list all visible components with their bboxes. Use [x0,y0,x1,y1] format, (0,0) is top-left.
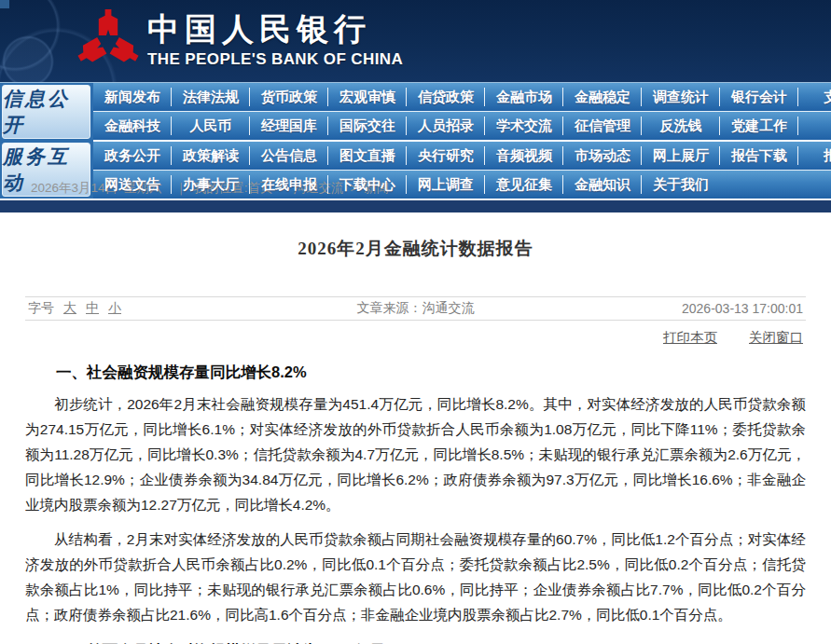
article-meta-bar: 字号 大 中 小 文章来源：沟通交流 2026-03-13 17:00:01 [25,296,806,321]
nav-cell-empty [798,112,831,140]
site-title-cn: 中国人民银行 [147,11,403,48]
article-paragraph: 从结构看，2月末对实体经济发放的人民币贷款余额占同期社会融资规模存量的60.7%… [25,527,806,627]
nav-item-news-release[interactable]: 新闻发布 [93,83,172,111]
site-title-en: THE PEOPLE'S BANK OF CHINA [147,50,403,69]
nav-item-about-us[interactable]: 关于我们 [642,171,720,199]
nav-item-party-building[interactable]: 党建工作 [720,112,798,140]
nav-row-2: 金融科技 人民币 经理国库 国际交往 人员招录 学术交流 征信管理 反洗钱 党建… [93,112,831,142]
nav-item-monetary-policy[interactable]: 货币政策 [250,83,328,111]
nav-item-online-survey[interactable]: 网上调查 [407,171,485,199]
nav-item-online-declaration[interactable]: 在线申报 [250,171,328,199]
close-window-button[interactable]: 关闭窗口 [749,330,803,345]
page-title: 2026年2月金融统计数据报告 [0,237,831,261]
nav-cell-empty [720,171,798,199]
nav-item-service-hall[interactable]: 办事大厅 [172,171,250,199]
nav-item-central-bank-research[interactable]: 央行研究 [407,142,485,170]
nav-item-state-treasury[interactable]: 经理国库 [250,112,328,140]
nav-row-1: 新闻发布 法律法规 货币政策 宏观审慎 信贷政策 金融市场 金融稳定 调查统计 … [93,83,831,112]
nav-item-anti-money-laundering[interactable]: 反洗钱 [642,112,720,140]
sidebar-item-label: 信息公开 [3,86,90,138]
article-source: 文章来源：沟通交流 [25,300,806,317]
section-divider-bar [0,200,831,212]
site-titles: 中国人民银行 THE PEOPLE'S BANK OF CHINA [147,11,403,69]
nav-item-financial-knowledge[interactable]: 金融知识 [563,171,642,199]
article-paragraph: 初步统计，2026年2月末社会融资规模存量为451.4万亿元，同比增长8.2%。… [25,391,806,517]
nav-item-online-documents[interactable]: 网送文告 [93,171,172,199]
article-body: 一、社会融资规模存量同比增长8.2% 初步统计，2026年2月末社会融资规模存量… [0,347,831,644]
nav-item-financial-markets[interactable]: 金融市场 [485,83,563,111]
nav-row-3: 政务公开 政策解读 公告信息 图文直播 央行研究 音频视频 市场动态 网上展厅 … [93,142,831,171]
pboc-logo-icon [76,7,140,79]
nav-grid: 新闻发布 法律法规 货币政策 宏观审慎 信贷政策 金融市场 金融稳定 调查统计 … [93,83,831,199]
nav-item-online-exhibition[interactable]: 网上展厅 [642,142,720,170]
nav-cell-empty [798,171,831,199]
nav-item-survey-statistics[interactable]: 调查统计 [642,83,720,111]
nav-item-academic-exchange[interactable]: 学术交流 [485,112,563,140]
nav-item-credit-information[interactable]: 征信管理 [563,112,642,140]
nav-item-market-dynamics[interactable]: 市场动态 [563,142,642,170]
nav-item-audio-video[interactable]: 音频视频 [485,142,563,170]
pboc-news-page: 中国人民银行 THE PEOPLE'S BANK OF CHINA 信息公开 服… [0,0,831,644]
nav-item-announcements[interactable]: 公告信息 [250,142,328,170]
nav-item-international-exchange[interactable]: 国际交往 [328,112,407,140]
nav-item-macroprudential[interactable]: 宏观审慎 [328,83,407,111]
nav-item-policy-interpretation[interactable]: 政策解读 [172,142,250,170]
source-value: 沟通交流 [422,300,475,315]
sidebar-item-information-disclosure[interactable]: 信息公开 [2,85,90,139]
site-header: 中国人民银行 THE PEOPLE'S BANK OF CHINA [0,0,831,82]
nav-item-government-affairs[interactable]: 政务公开 [93,142,172,170]
nav-item-financial-stability[interactable]: 金融稳定 [563,83,642,111]
article-actions: 打印本页 关闭窗口 [28,329,803,347]
section-heading-2: 二、前两个月社会融资规模增量累计为9.6万亿元 [25,640,806,644]
nav-item-live-broadcast[interactable]: 图文直播 [328,142,407,170]
nav-item-recruitment[interactable]: 人员招录 [407,112,485,140]
nav-item-report-download[interactable]: 报告下载 [720,142,798,170]
nav-item-laws-regulations[interactable]: 法律法规 [172,83,250,111]
section-heading-1: 一、社会融资规模存量同比增长8.2% [25,362,806,382]
nav-item-bank-accounting[interactable]: 银行会计 [720,83,798,111]
nav-item-fintech[interactable]: 金融科技 [93,112,172,140]
nav-item-renminbi[interactable]: 人民币 [172,112,250,140]
nav-item-payment[interactable]: 支付 [798,83,831,111]
nav-item-download-center[interactable]: 下载中心 [328,171,407,199]
nav-item-credit-policy[interactable]: 信贷政策 [407,83,485,111]
nav-item-solicit-opinions[interactable]: 意见征集 [485,171,563,199]
print-page-button[interactable]: 打印本页 [663,330,717,345]
main-navigation: 信息公开 服务互动 新闻发布 法律法规 货币政策 宏观审慎 信贷政策 金融市场 … [0,82,831,175]
source-label: 文章来源： [357,300,422,315]
nav-item-periodicals[interactable]: 报刊 [798,142,831,170]
nav-row-4: 网送文告 办事大厅 在线申报 下载中心 网上调查 意见征集 金融知识 关于我们 [93,171,831,199]
